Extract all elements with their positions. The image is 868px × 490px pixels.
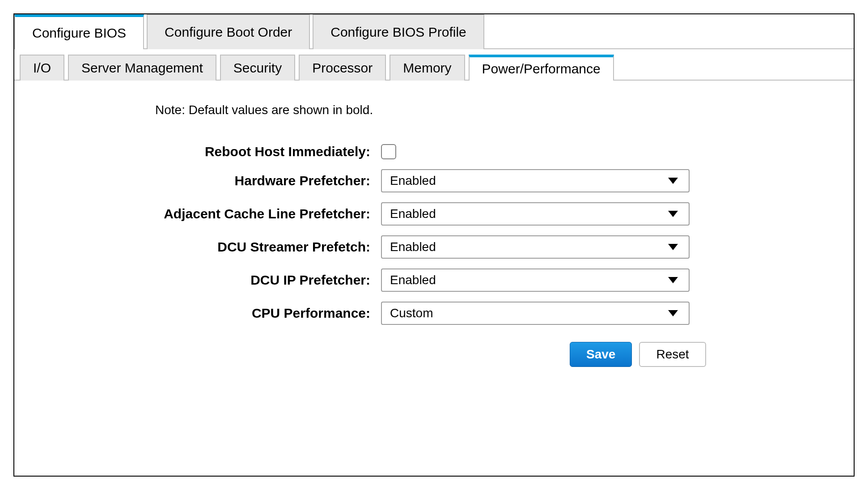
tab-io[interactable]: I/O	[20, 55, 64, 81]
label-reboot-host: Reboot Host Immediately:	[32, 144, 381, 159]
select-value: Enabled	[390, 174, 436, 188]
tab-label: Configure Boot Order	[165, 25, 292, 40]
button-label: Reset	[656, 347, 689, 362]
svg-marker-4	[668, 310, 678, 316]
svg-marker-3	[668, 277, 678, 283]
tab-label: Configure BIOS	[32, 26, 126, 41]
svg-marker-1	[668, 211, 678, 217]
select-value: Enabled	[390, 273, 436, 287]
select-hardware-prefetcher[interactable]: Enabled	[381, 169, 690, 192]
tab-label: Memory	[403, 60, 451, 76]
button-label: Save	[586, 347, 615, 362]
svg-marker-2	[668, 244, 678, 250]
power-performance-content: Note: Default values are shown in bold. …	[14, 81, 854, 385]
label-cpu-performance: CPU Performance:	[32, 306, 381, 321]
bios-config-panel: Configure BIOS Configure Boot Order Conf…	[13, 13, 855, 477]
tab-label: Processor	[312, 60, 373, 76]
select-cpu-performance[interactable]: Custom	[381, 302, 690, 325]
select-value: Enabled	[390, 207, 436, 221]
row-adjacent-cache-prefetcher: Adjacent Cache Line Prefetcher: Enabled	[32, 202, 836, 226]
primary-tab-row: Configure BIOS Configure Boot Order Conf…	[14, 14, 854, 49]
tab-processor[interactable]: Processor	[299, 55, 386, 81]
select-value: Enabled	[390, 240, 436, 254]
action-button-row: Save Reset	[570, 342, 836, 367]
save-button[interactable]: Save	[570, 342, 632, 367]
label-adjacent-cache-prefetcher: Adjacent Cache Line Prefetcher:	[32, 206, 381, 222]
secondary-tab-row: I/O Server Management Security Processor…	[14, 49, 854, 81]
tab-server-management[interactable]: Server Management	[68, 55, 216, 81]
tab-label: Security	[233, 60, 282, 76]
checkbox-reboot-host[interactable]	[381, 144, 396, 159]
row-cpu-performance: CPU Performance: Custom	[32, 302, 836, 325]
tab-label: Configure BIOS Profile	[330, 25, 466, 40]
chevron-down-icon	[668, 310, 678, 316]
tab-label: I/O	[33, 60, 51, 76]
chevron-down-icon	[668, 211, 678, 217]
tab-label: Server Management	[81, 60, 203, 76]
label-hardware-prefetcher: Hardware Prefetcher:	[32, 173, 381, 188]
label-dcu-ip-prefetcher: DCU IP Prefetcher:	[32, 273, 381, 288]
row-dcu-ip-prefetcher: DCU IP Prefetcher: Enabled	[32, 268, 836, 292]
label-dcu-streamer-prefetch: DCU Streamer Prefetch:	[32, 239, 381, 255]
tab-security[interactable]: Security	[220, 55, 295, 81]
reset-button[interactable]: Reset	[639, 342, 706, 367]
tab-configure-boot-order[interactable]: Configure Boot Order	[147, 14, 310, 49]
tab-label: Power/Performance	[482, 61, 601, 77]
svg-marker-0	[668, 178, 678, 184]
tab-power-performance[interactable]: Power/Performance	[469, 55, 614, 81]
tab-configure-bios[interactable]: Configure BIOS	[14, 14, 144, 49]
row-hardware-prefetcher: Hardware Prefetcher: Enabled	[32, 169, 836, 192]
chevron-down-icon	[668, 244, 678, 250]
chevron-down-icon	[668, 277, 678, 283]
select-value: Custom	[390, 306, 433, 320]
select-dcu-ip-prefetcher[interactable]: Enabled	[381, 268, 690, 292]
row-reboot-host: Reboot Host Immediately:	[32, 144, 836, 159]
row-dcu-streamer-prefetch: DCU Streamer Prefetch: Enabled	[32, 235, 836, 259]
defaults-note: Note: Default values are shown in bold.	[155, 103, 836, 117]
tab-memory[interactable]: Memory	[390, 55, 465, 81]
chevron-down-icon	[668, 178, 678, 184]
select-adjacent-cache-prefetcher[interactable]: Enabled	[381, 202, 690, 226]
select-dcu-streamer-prefetch[interactable]: Enabled	[381, 235, 690, 259]
tab-configure-bios-profile[interactable]: Configure BIOS Profile	[313, 14, 484, 49]
